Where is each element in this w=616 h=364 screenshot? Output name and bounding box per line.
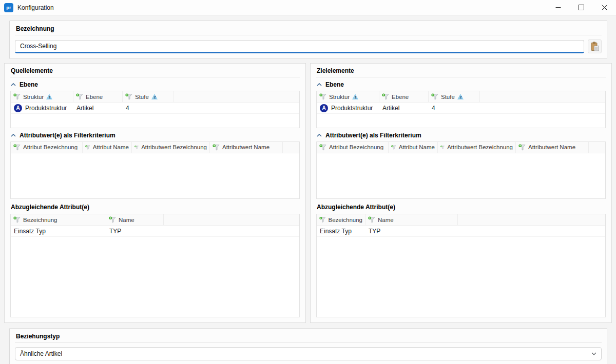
filter-icon — [13, 216, 21, 223]
table-empty-area — [11, 237, 299, 317]
window-title: Konfiguration — [17, 4, 54, 11]
column-header-attribut-name[interactable]: Attribut Name — [389, 142, 438, 153]
column-header-ebene[interactable]: Ebene — [73, 91, 123, 102]
column-header-attributwert-name[interactable]: Attributwert Name — [516, 142, 589, 153]
filter-icon — [125, 93, 132, 100]
column-header-attribut-bezeichnung[interactable]: Attribut Bezeichnung — [11, 142, 83, 153]
target-panel: Zielelemente Ebene Struktur 1 Ebene Stuf… — [310, 63, 612, 323]
cell-stufe: 4 — [429, 103, 480, 113]
column-header-stufe[interactable]: Stufe 2 — [429, 91, 480, 102]
filter-icon — [431, 93, 438, 100]
filter-icon — [382, 93, 389, 100]
target-section-filter-title: Attributwert(e) als Filterkriterium — [325, 132, 421, 139]
cell-bezeichnung: Einsatz Typ — [317, 226, 365, 236]
beziehungstyp-select[interactable]: Ähnliche Artikel — [15, 347, 602, 360]
column-header-attribut-bezeichnung[interactable]: Attribut Bezeichnung — [317, 142, 389, 153]
sort-badge: 2 — [151, 94, 158, 99]
target-section-ebene-title: Ebene — [325, 81, 344, 88]
titlebar: pr Konfiguration — [0, 0, 616, 15]
beziehungstyp-selected-value: Ähnliche Artikel — [20, 350, 62, 357]
source-panel: Quellelemente Ebene Struktur 1 Ebene Stu… — [4, 63, 306, 323]
target-match-table: Bezeichnung Name Einsatz Typ TYP — [316, 214, 606, 317]
column-header-attributwert-bezeichnung[interactable]: Attributwert Bezeichnung — [132, 142, 210, 153]
cell-stufe: 4 — [123, 103, 174, 113]
table-row[interactable]: Einsatz Typ TYP — [317, 226, 605, 237]
source-section-filter-header[interactable]: Attributwert(e) als Filterkriterium — [10, 128, 300, 141]
cell-name: TYP — [365, 226, 458, 236]
source-section-ebene-title: Ebene — [20, 81, 38, 88]
column-label: Attributwert Name — [528, 144, 575, 150]
column-header-name[interactable]: Name — [365, 214, 458, 225]
filter-icon — [109, 216, 116, 223]
bezeichnung-input[interactable] — [15, 40, 584, 53]
chevron-up-icon — [317, 134, 322, 137]
column-header-attribut-name[interactable]: Attribut Name — [83, 142, 132, 153]
table-empty-area — [317, 237, 605, 317]
beziehungstyp-label: Beziehungstyp — [15, 332, 602, 343]
cell-filler — [458, 226, 605, 236]
filter-icon — [76, 93, 83, 100]
column-header-bezeichnung[interactable]: Bezeichnung — [11, 214, 106, 225]
column-label: Struktur — [329, 94, 350, 100]
column-header-ebene[interactable]: Ebene — [379, 91, 429, 102]
column-label: Name — [119, 217, 134, 223]
column-header-bezeichnung[interactable]: Bezeichnung — [317, 214, 365, 225]
column-label: Attribut Bezeichnung — [23, 144, 78, 150]
close-button[interactable] — [593, 0, 616, 15]
source-section-match-title: Abzugleichende Attribut(e) — [10, 199, 300, 214]
column-header-attributwert-name[interactable]: Attributwert Name — [210, 142, 283, 153]
filter-icon — [319, 144, 326, 151]
chevron-up-icon — [11, 83, 16, 86]
chevron-up-icon — [11, 134, 16, 137]
column-header-name[interactable]: Name — [106, 214, 164, 225]
maximize-button[interactable] — [570, 0, 593, 15]
column-label: Attribut Name — [399, 144, 435, 150]
target-filter-table: Attribut Bezeichnung Attribut Name Attri… — [316, 141, 606, 199]
target-panel-title: Zielelemente — [316, 66, 606, 77]
filter-icon — [391, 144, 396, 151]
column-label: Attribut Bezeichnung — [329, 144, 383, 150]
filter-icon — [319, 93, 326, 100]
cell-filler — [480, 103, 605, 113]
column-label: Name — [378, 217, 394, 223]
target-section-match-title: Abzugleichende Attribut(e) — [316, 199, 606, 214]
filter-icon — [368, 216, 375, 223]
target-section-ebene-header[interactable]: Ebene — [316, 77, 606, 91]
table-empty-area — [11, 114, 299, 128]
target-filter-table-header: Attribut Bezeichnung Attribut Name Attri… — [317, 142, 605, 153]
cell-bezeichnung: Einsatz Typ — [11, 226, 106, 236]
target-section-filter-header[interactable]: Attributwert(e) als Filterkriterium — [316, 128, 606, 141]
beziehungstyp-group: Beziehungstyp Ähnliche Artikel — [9, 328, 607, 364]
bezeichnung-group: Bezeichnung — [9, 21, 607, 59]
bezeichnung-label: Bezeichnung — [15, 24, 602, 35]
minimize-button[interactable] — [547, 0, 570, 15]
source-panel-title: Quellelemente — [10, 66, 300, 77]
column-label: Attributwert Bezeichnung — [141, 144, 207, 150]
paste-button[interactable] — [588, 39, 602, 53]
window-controls — [547, 0, 616, 15]
source-ebene-table-header: Struktur 1 Ebene Stufe 2 — [11, 91, 299, 103]
column-header-stufe[interactable]: Stufe 2 — [123, 91, 174, 102]
article-type-icon: A — [14, 104, 22, 112]
table-empty-area — [317, 114, 605, 128]
column-label: Ebene — [392, 94, 409, 100]
table-row[interactable]: Einsatz Typ TYP — [11, 226, 299, 237]
source-ebene-table: Struktur 1 Ebene Stufe 2 A Produktstrukt… — [10, 91, 300, 128]
column-header-struktur[interactable]: Struktur 1 — [11, 91, 73, 102]
table-row[interactable]: A Produktstruktur Artikel 4 — [11, 103, 299, 114]
source-match-table-header: Bezeichnung Name — [11, 214, 299, 226]
sort-badge: 1 — [46, 94, 53, 99]
column-header-attributwert-bezeichnung[interactable]: Attributwert Bezeichnung — [438, 142, 516, 153]
source-filter-table-header: Attribut Bezeichnung Attribut Name Attri… — [11, 142, 299, 153]
minimize-icon — [555, 5, 561, 10]
table-row[interactable]: A Produktstruktur Artikel 4 — [317, 103, 605, 114]
column-header-filler — [283, 142, 299, 153]
maximize-icon — [579, 5, 584, 10]
filter-icon — [440, 144, 445, 151]
column-label: Stufe — [135, 94, 149, 100]
close-icon — [602, 5, 607, 10]
column-header-struktur[interactable]: Struktur 1 — [317, 91, 379, 102]
source-section-ebene-header[interactable]: Ebene — [10, 77, 300, 91]
cell-text: Produktstruktur — [25, 105, 67, 112]
target-ebene-table-header: Struktur 1 Ebene Stufe 2 — [317, 91, 605, 103]
